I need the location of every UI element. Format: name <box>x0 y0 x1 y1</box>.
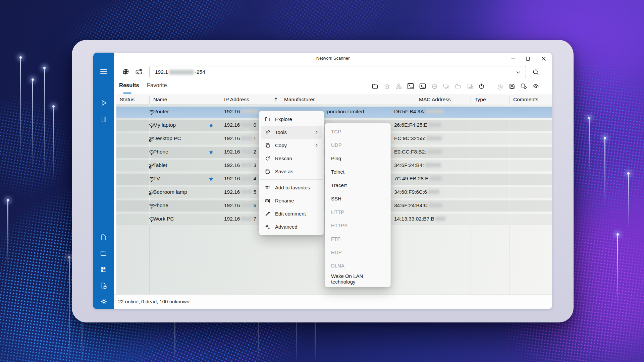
device-name: TV <box>153 176 160 182</box>
device-mac: 7C:49:EB:28:E <box>394 176 443 182</box>
submenu-item-ssh[interactable]: SSH <box>326 192 389 205</box>
menu-item-explore[interactable]: Explore <box>261 113 322 126</box>
open-folder-icon[interactable] <box>93 250 114 257</box>
pause-icon <box>93 116 114 123</box>
light-pillar <box>604 138 605 205</box>
copy-icon <box>264 142 271 148</box>
search-icon[interactable] <box>532 68 540 76</box>
favorite-star-icon <box>208 176 214 182</box>
submenu-item-udp: UDP <box>326 138 389 152</box>
desktop-background: Network Scanner <box>0 0 644 362</box>
menu-item-tools[interactable]: Tools <box>261 126 322 139</box>
toolbar-divider <box>491 82 491 90</box>
column-header-type[interactable]: Type <box>475 97 486 103</box>
column-header-status[interactable]: Status <box>120 97 135 103</box>
redacted-text <box>169 70 194 75</box>
open-folder-icon[interactable] <box>372 83 379 90</box>
menu-item-save-as[interactable]: Save as <box>261 165 322 178</box>
device-ip: 192.16 <box>224 109 259 115</box>
light-pillar <box>69 257 70 362</box>
light-pillar <box>53 107 54 180</box>
device-name: Phone <box>153 202 168 208</box>
device-name: Tablet <box>153 162 167 168</box>
device-ip: 192.166 <box>224 202 256 208</box>
tab-results[interactable]: Results <box>119 82 139 88</box>
ip-range-input[interactable]: 192.1-254 <box>149 66 526 78</box>
column-header-manufacturer[interactable]: Manufacturer <box>284 97 315 103</box>
scan-summary: 22 online, 0 dead, 100 unknown <box>118 299 190 304</box>
terminal-icon[interactable] <box>419 82 426 90</box>
menu-item-advanced[interactable]: Advanced <box>261 220 322 233</box>
column-header-comments[interactable]: Comments <box>513 97 538 103</box>
title-bar: Network Scanner <box>114 53 552 64</box>
light-pillar <box>44 68 45 179</box>
device-ip: 192.163 <box>224 162 256 168</box>
context-menu: Explore Tools Copy Rescan <box>259 111 324 235</box>
shutdown-icon[interactable] <box>478 83 485 90</box>
submenu-item-wake-on-lan[interactable]: Wake On LAN technology <box>326 272 389 286</box>
watch-icon[interactable] <box>532 82 539 90</box>
play-icon[interactable] <box>93 99 114 107</box>
new-file-icon[interactable] <box>93 234 114 241</box>
app-window: Network Scanner <box>93 53 552 309</box>
menu-item-copy[interactable]: Copy <box>261 139 322 152</box>
menu-item-rescan[interactable]: Rescan <box>261 152 322 165</box>
light-pillar <box>589 118 590 175</box>
table-row[interactable]: Router 192.16 rporation Limited D6:5F:B4… <box>116 107 552 118</box>
web-icon <box>431 83 438 90</box>
minimize-button[interactable] <box>508 55 518 62</box>
tablet-frame: Network Scanner <box>72 40 574 322</box>
save-icon[interactable] <box>93 266 114 273</box>
submenu-item-ping[interactable]: Ping <box>326 152 389 165</box>
device-name: My laptop <box>153 122 176 128</box>
submenu-item-http: HTTP <box>326 205 389 219</box>
sidebar-divider <box>97 230 110 230</box>
chevron-down-icon[interactable] <box>516 70 521 75</box>
active-tab-indicator <box>123 93 131 94</box>
device-mac: D6:5F:B4:9A: <box>394 109 445 115</box>
web-scan-icon[interactable] <box>122 68 130 76</box>
tools-icon <box>264 129 271 135</box>
svg-text:SSH: SSH <box>410 86 414 88</box>
device-ip: 192.162 <box>224 149 256 155</box>
remote-view-icon[interactable] <box>135 68 143 76</box>
menu-icon[interactable] <box>93 68 114 75</box>
folder-icon <box>264 116 271 122</box>
rename-icon: A <box>264 198 271 204</box>
save-icon[interactable] <box>508 83 516 90</box>
menu-item-rename[interactable]: A Rename <box>261 194 322 207</box>
device-ip: 192.165 <box>224 189 256 195</box>
sort-ascending-icon[interactable] <box>273 97 278 102</box>
submenu-item-tracert[interactable]: Tracert <box>326 178 389 192</box>
close-button[interactable] <box>539 55 549 62</box>
pencil-icon <box>264 211 271 217</box>
table-header: Status Name IP Address Manufacturer MAC … <box>116 95 552 104</box>
clear-icon[interactable] <box>520 83 527 90</box>
column-header-mac[interactable]: MAC Address <box>419 97 451 103</box>
tab-favorite[interactable]: Favorite <box>147 82 167 88</box>
refresh-icon <box>264 156 271 162</box>
light-pillar <box>617 235 618 305</box>
device-name: Router <box>153 109 169 115</box>
maximize-button[interactable] <box>523 55 533 62</box>
device-mac: 34:6F:24:B4: <box>394 162 442 168</box>
submenu-item-rdp: RDP <box>326 245 389 259</box>
submenu-item-tcp: TCP <box>326 125 389 138</box>
export-results-icon[interactable] <box>93 282 114 289</box>
save-edit-icon <box>264 169 271 175</box>
column-header-name[interactable]: Name <box>153 97 167 103</box>
settings-gear-icon[interactable] <box>93 298 114 305</box>
radar-icon <box>497 83 504 90</box>
menu-item-add-to-favorites[interactable]: Add to favorites <box>261 181 322 194</box>
submenu-item-ftp: FTP <box>326 232 389 245</box>
ssh-terminal-icon[interactable]: SSH <box>407 82 414 90</box>
menu-item-edit-comment[interactable]: Edit comment <box>261 207 322 220</box>
device-ip: 192.167 <box>224 216 256 222</box>
submenu-item-telnet[interactable]: Telnet <box>326 165 389 178</box>
device-mac: EC:9C:32:55: <box>394 135 443 141</box>
device-mac: 34:6F:24:B4:C <box>394 202 443 208</box>
device-mac: 26:6E:F4:25:E <box>394 122 442 128</box>
star-list-icon <box>264 185 271 191</box>
submenu-item-dlna: DLNA <box>326 259 389 272</box>
column-header-ip[interactable]: IP Address <box>224 97 249 103</box>
